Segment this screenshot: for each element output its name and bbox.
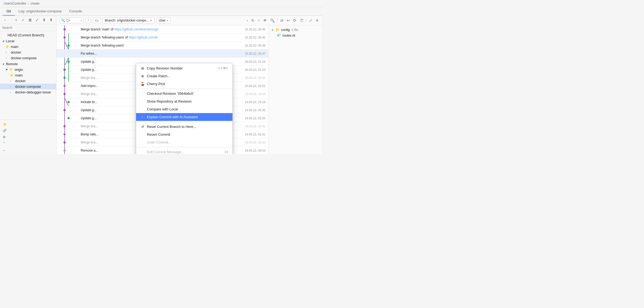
menu-item-reset-branch[interactable]: ↺ Reset Current Branch to Here...: [136, 123, 232, 131]
commit-row-2[interactable]: Merge branch 'following-users' of https:…: [56, 33, 268, 41]
branch-close-icon[interactable]: ✕: [150, 19, 152, 22]
collapse-icon: ▼: [271, 29, 274, 32]
commit-date-12: 19.05.22, 02:35: [242, 117, 266, 120]
commit-date-10: 19.05.22, 19:18: [242, 100, 266, 104]
menu-item-create-patch[interactable]: ⊕ Create Patch...: [136, 72, 232, 80]
branch-label: Branch: origin/docker-compo...: [105, 19, 149, 22]
tab-git[interactable]: Git: [3, 7, 15, 16]
filter-bar: 🔍 + .* Cc Branch: origin/docker-compo...…: [56, 16, 322, 25]
close-icon[interactable]: ✕: [315, 18, 319, 23]
filter-toolbar-icons: › ↻ ⑂ 👁 🔍 ⇄ ↩ ⟳ ⏱ ⤢ ✕: [246, 18, 319, 23]
find-icon[interactable]: 🔍: [270, 18, 275, 23]
sidebar-item-main-local[interactable]: ⭐ main: [0, 44, 56, 50]
sidebar-item-docker-compose-remote[interactable]: ⑂ docker-compose: [0, 84, 56, 89]
sidebar-item-docker-compose-local[interactable]: ⑂ docker-compose: [0, 55, 56, 61]
menu-item-compare[interactable]: Compare with Local: [136, 105, 232, 113]
user-label: User: [159, 19, 165, 22]
sidebar-pull-btn[interactable]: ⬆: [49, 18, 54, 22]
docker-remote-icon: ⑂: [10, 79, 14, 83]
commit-row-3[interactable]: Merge branch 'following-users' 31.05.22,…: [56, 41, 268, 50]
user-chevron-icon: ▾: [167, 19, 168, 22]
menu-item-cherry-pick[interactable]: 🍒 Cherry-Pick: [136, 80, 232, 88]
tab-log[interactable]: Log: origin/docker-compose: [15, 7, 65, 16]
split-icon[interactable]: ⇄: [280, 18, 284, 23]
branch-icon[interactable]: ⑂: [257, 18, 260, 23]
menu-label-compare: Compare with Local: [147, 107, 178, 111]
maximize-icon[interactable]: ⤢: [309, 18, 313, 23]
sidebar-back-btn[interactable]: ‹: [3, 18, 8, 22]
sidebar-section-local[interactable]: ▼ Local: [0, 38, 56, 44]
commit-link-1[interactable]: https://github.com/learnenough: [114, 27, 159, 31]
ruby-file-icon: 💎: [277, 33, 281, 37]
menu-item-revert[interactable]: Revert Commit: [136, 131, 232, 138]
commit-date-4: 31.05.22, 05:37: [242, 52, 266, 55]
commit-row-4[interactable]: Fix refres... 31.05.22, 05:37: [56, 50, 268, 58]
menu-label-reset-branch: Reset Current Branch to Here...: [147, 125, 196, 129]
history-icon[interactable]: ⏱: [299, 18, 304, 23]
menu-item-show-repo[interactable]: Show Repository at Revision: [136, 97, 232, 105]
eye-icon[interactable]: 👁: [263, 18, 267, 23]
sidebar-item-head[interactable]: HEAD (Current Branch): [0, 32, 56, 38]
commit-link-2[interactable]: https://github.com/le: [129, 36, 158, 39]
redo-icon[interactable]: ⟳: [293, 18, 297, 23]
undo-icon[interactable]: ↩: [286, 18, 291, 23]
commit-info-2: Merge branch 'following-users' of https:…: [81, 35, 242, 39]
branch-selector[interactable]: Branch: origin/docker-compo... ✕: [102, 18, 155, 23]
sidebar-merge-btn[interactable]: ⤢: [35, 18, 40, 22]
docker-debugger-label: docker-debugger-issue: [15, 90, 51, 94]
case-button[interactable]: Cc: [93, 18, 101, 23]
menu-item-copy-revision[interactable]: ⊞ Copy Revision Number ⌥⇧⌘C: [136, 64, 232, 72]
filter-search-input[interactable]: [66, 19, 80, 22]
sidebar-search-btn[interactable]: ⬇: [42, 18, 47, 22]
commit-date-5: 30.05.22, 21:54: [242, 60, 266, 63]
sidebar-toolbar: ‹ + ✓ 🗑 ⤢ ⬇ ⬆: [0, 16, 56, 24]
sidebar-check-btn[interactable]: ✓: [21, 18, 26, 22]
head-label: HEAD (Current Branch): [8, 33, 44, 37]
commit-msg-2: Merge branch 'following-users' of https:…: [81, 36, 158, 39]
next-icon[interactable]: ›: [246, 18, 249, 23]
breadcrumb: UsersController › create: [0, 0, 322, 7]
sidebar-bottom-settings[interactable]: ⚙: [3, 134, 54, 140]
commit-row-1[interactable]: Merge branch 'main' of https://github.co…: [56, 25, 268, 33]
commit-date-1: 31.05.22, 05:45: [242, 28, 266, 31]
menu-item-explain-commit[interactable]: ✦ Explain Commit with AI Assistant: [136, 113, 232, 121]
commit-info-4: Fix refres...: [81, 51, 242, 55]
breadcrumb-controller[interactable]: UsersController: [4, 2, 26, 5]
edit-message-shortcut: F2: [225, 150, 228, 154]
sidebar-item-docker-local[interactable]: ⑂ docker: [0, 50, 56, 55]
commit-date-7: 20.05.22, 02:01: [242, 76, 266, 79]
sidebar-trash-btn[interactable]: 🗑: [28, 18, 33, 22]
search-icon: 🔍: [61, 19, 65, 22]
breadcrumb-action[interactable]: create: [30, 2, 39, 5]
refresh-icon[interactable]: ↻: [251, 18, 255, 23]
sidebar-bottom-collapse[interactable]: ⌄: [3, 147, 54, 153]
menu-label-undo-commit: Undo Commit...: [147, 140, 171, 144]
sidebar-search-input[interactable]: [2, 26, 54, 30]
main-layout: ‹ + ✓ 🗑 ⤢ ⬇ ⬆ HEAD (Current Branch) ▼: [0, 16, 322, 154]
tab-console[interactable]: Console: [65, 7, 86, 16]
user-selector[interactable]: User ▾: [156, 18, 170, 23]
separator-2: [306, 18, 306, 23]
menu-item-checkout[interactable]: Checkout Revision '3564b6c0': [136, 90, 232, 97]
right-panel-file[interactable]: 💎 routes.rb: [271, 33, 319, 37]
filter-search-box[interactable]: 🔍 +: [59, 18, 83, 23]
commit-msg-1: Merge branch 'main' of https://github.co…: [81, 27, 158, 31]
sidebar-item-main-remote[interactable]: ⭐ main: [0, 72, 56, 78]
sidebar-search-bar[interactable]: [0, 24, 56, 31]
sidebar-add-btn[interactable]: +: [14, 18, 19, 22]
sidebar-section-remote[interactable]: ▼ Remote: [0, 61, 56, 67]
sidebar-bottom: ⭐ 🔗 ⚙ ⌃ ⌄: [0, 120, 56, 154]
sidebar-item-docker-remote[interactable]: ⑂ docker: [0, 78, 56, 84]
menu-separator-1: [136, 89, 232, 89]
regex-button[interactable]: .*: [85, 18, 91, 23]
sidebar-item-origin[interactable]: ▼ 📁 origin: [0, 67, 56, 72]
commit-date-14: 19.05.22, 02:31: [242, 133, 266, 136]
origin-folder-icon: 📁: [9, 68, 13, 71]
sidebar-bottom-star[interactable]: ⭐: [3, 121, 54, 127]
sidebar-bottom-link[interactable]: 🔗: [3, 128, 54, 133]
commit-date-3: 31.05.22, 05:38: [242, 44, 266, 47]
menu-label-create-patch: Create Patch...: [147, 74, 170, 78]
sidebar-item-docker-debugger[interactable]: ⑂ docker-debugger-issue: [0, 89, 56, 95]
main-local-label: main: [11, 45, 18, 49]
sidebar-bottom-expand[interactable]: ⌃: [3, 141, 54, 146]
